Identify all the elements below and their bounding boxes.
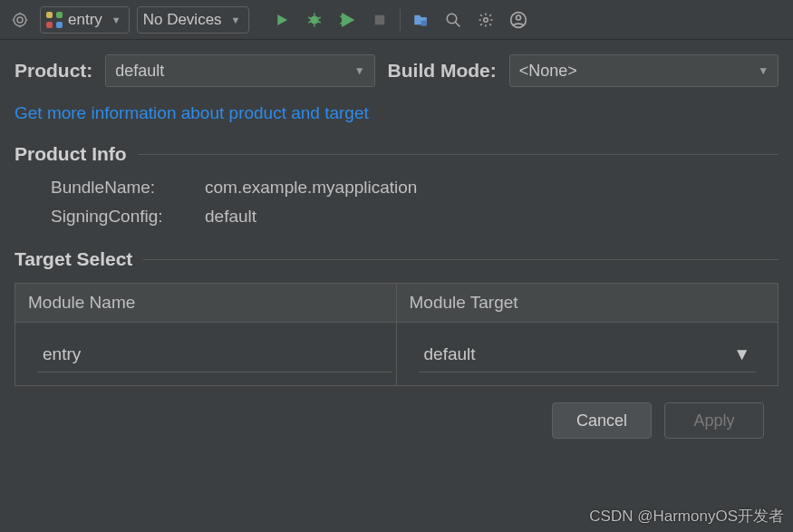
device-label: No Devices [143, 11, 222, 29]
svg-rect-13 [374, 15, 384, 24]
debug-icon[interactable] [302, 7, 327, 33]
col-module-target: Module Target [397, 284, 778, 322]
chevron-down-icon: ▼ [758, 64, 769, 77]
product-select[interactable]: default ▼ [105, 54, 374, 87]
svg-point-15 [447, 14, 457, 24]
apply-button: Apply [664, 402, 764, 439]
module-icon [46, 12, 63, 28]
chevron-down-icon: ▼ [354, 64, 365, 77]
separator [400, 9, 401, 31]
table-row: entry default ▼ [15, 323, 778, 385]
product-label: Product: [15, 60, 92, 82]
signing-config-label: SigningConfig: [51, 207, 205, 227]
build-mode-value: <None> [519, 62, 577, 81]
col-module-name: Module Name [15, 284, 397, 322]
cell-module-name: entry [15, 323, 397, 385]
product-buildmode-row: Product: default ▼ Build Mode: <None> ▼ [15, 54, 778, 87]
svg-line-16 [455, 22, 459, 26]
main-panel: Product: default ▼ Build Mode: <None> ▼ … [0, 40, 793, 439]
module-name-value: entry [37, 339, 392, 372]
cancel-button[interactable]: Cancel [552, 402, 652, 439]
project-structure-icon[interactable] [408, 7, 433, 33]
info-link[interactable]: Get more information about product and t… [15, 103, 778, 123]
chevron-down-icon: ▼ [111, 15, 121, 25]
bundle-name-row: BundleName: com.example.myapplication [51, 178, 778, 198]
separator-line [138, 154, 778, 155]
build-mode-select[interactable]: <None> ▼ [509, 54, 778, 87]
target-select-title-text: Target Select [15, 248, 132, 270]
dialog-footer: Cancel Apply [15, 402, 778, 439]
svg-line-12 [317, 21, 320, 23]
watermark-text: CSDN @HarmonyOS开发者 [589, 506, 784, 527]
run-config-label: entry [68, 11, 102, 29]
settings-icon[interactable] [473, 7, 498, 33]
target-table: Module Name Module Target entry default … [15, 283, 778, 386]
table-header: Module Name Module Target [15, 284, 778, 323]
svg-line-10 [317, 17, 320, 19]
svg-point-6 [310, 15, 318, 24]
svg-line-9 [308, 17, 311, 19]
svg-point-17 [483, 17, 488, 22]
module-target-select[interactable]: default ▼ [419, 339, 757, 372]
bundle-name-label: BundleName: [51, 178, 205, 198]
signing-config-value: default [205, 207, 256, 227]
target-select-title: Target Select [15, 248, 778, 270]
device-selector[interactable]: No Devices ▼ [137, 6, 249, 34]
svg-line-11 [308, 21, 311, 23]
svg-point-1 [14, 14, 26, 26]
svg-point-0 [17, 17, 23, 23]
account-icon[interactable] [506, 7, 531, 33]
separator-line [143, 259, 778, 260]
search-icon[interactable] [440, 7, 466, 33]
product-value: default [115, 62, 164, 81]
stop-icon [367, 7, 392, 33]
signing-config-row: SigningConfig: default [51, 207, 778, 227]
locate-icon[interactable] [7, 7, 33, 33]
product-info-grid: BundleName: com.example.myapplication Si… [15, 178, 778, 227]
svg-rect-14 [421, 20, 426, 25]
module-target-value: default [424, 344, 476, 364]
build-mode-label: Build Mode: [388, 60, 497, 82]
chevron-down-icon: ▼ [733, 344, 750, 364]
bundle-name-value: com.example.myapplication [205, 178, 417, 198]
profile-icon[interactable] [334, 7, 360, 33]
run-icon[interactable] [269, 7, 295, 33]
top-toolbar: entry ▼ No Devices ▼ [0, 0, 793, 40]
chevron-down-icon: ▼ [231, 15, 241, 25]
product-info-title-text: Product Info [15, 143, 127, 165]
svg-point-19 [516, 15, 520, 20]
product-info-title: Product Info [15, 143, 778, 165]
cell-module-target[interactable]: default ▼ [397, 323, 778, 385]
run-config-selector[interactable]: entry ▼ [40, 6, 130, 34]
